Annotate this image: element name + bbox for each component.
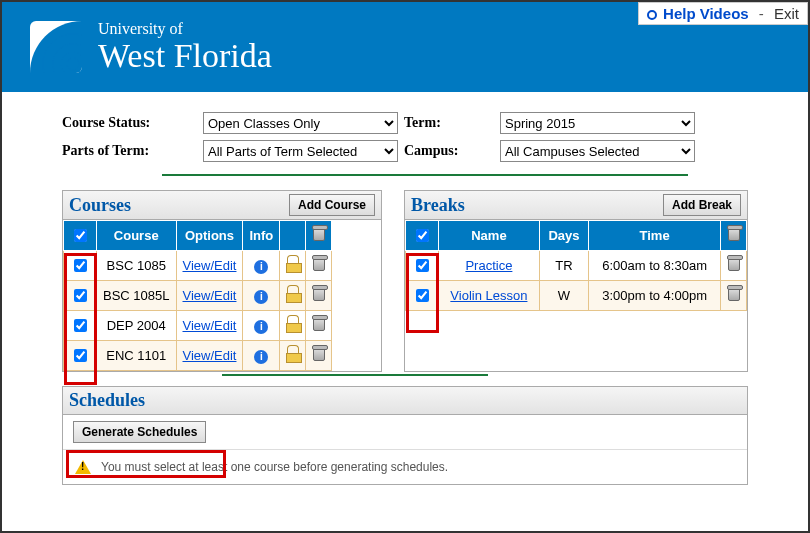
courses-select-all-checkbox[interactable] [74, 229, 87, 242]
term-select[interactable]: Spring 2015 [500, 112, 695, 134]
trash-icon[interactable] [313, 288, 325, 301]
view-edit-link[interactable]: View/Edit [183, 288, 237, 303]
brand-univ-of: University of [98, 21, 272, 38]
separator: - [759, 5, 764, 22]
trash-icon[interactable] [728, 288, 740, 301]
unlock-icon[interactable] [287, 255, 299, 267]
trash-icon[interactable] [313, 258, 325, 271]
schedules-warning: You must select at least one course befo… [63, 449, 747, 484]
filters: Course Status: Open Classes Only Term: S… [2, 92, 808, 170]
trash-icon[interactable] [728, 258, 740, 271]
campus-label: Campus: [404, 143, 494, 159]
warning-text: You must select at least one course befo… [101, 460, 448, 474]
break-time: 6:00am to 8:30am [589, 251, 721, 281]
break-name-link[interactable]: Violin Lesson [450, 288, 527, 303]
courses-header-info: Info [243, 221, 280, 251]
breaks-title: Breaks [411, 195, 465, 216]
trash-icon [313, 228, 325, 241]
add-course-button[interactable]: Add Course [289, 194, 375, 216]
breaks-header-days: Days [539, 221, 588, 251]
help-videos-link[interactable]: Help Videos [663, 5, 749, 22]
uwf-logo-icon [30, 21, 82, 73]
breaks-panel: Breaks Add Break Name Days Time Practice… [404, 190, 748, 372]
course-checkbox[interactable] [74, 319, 87, 332]
divider [222, 374, 488, 376]
course-code: ENC 1101 [97, 341, 177, 371]
course-checkbox[interactable] [74, 289, 87, 302]
top-bar: Help Videos - Exit [638, 2, 808, 25]
warning-icon [75, 460, 91, 474]
info-icon[interactable]: i [254, 320, 268, 334]
table-row: Practice TR 6:00am to 8:30am [406, 251, 747, 281]
brand-name: West Florida [98, 38, 272, 74]
unlock-icon[interactable] [287, 285, 299, 297]
view-edit-link[interactable]: View/Edit [183, 258, 237, 273]
trash-icon[interactable] [313, 318, 325, 331]
table-row: BSC 1085L View/Edit i [64, 281, 332, 311]
course-code: BSC 1085L [97, 281, 177, 311]
course-code: DEP 2004 [97, 311, 177, 341]
course-status-label: Course Status: [62, 115, 197, 131]
parts-of-term-label: Parts of Term: [62, 143, 197, 159]
info-icon[interactable]: i [254, 290, 268, 304]
unlock-icon[interactable] [287, 315, 299, 327]
table-row: BSC 1085 View/Edit i [64, 251, 332, 281]
course-checkbox[interactable] [74, 259, 87, 272]
help-videos-icon [647, 10, 657, 20]
break-days: TR [539, 251, 588, 281]
table-row: DEP 2004 View/Edit i [64, 311, 332, 341]
break-time: 3:00pm to 4:00pm [589, 281, 721, 311]
breaks-header-name: Name [439, 221, 540, 251]
view-edit-link[interactable]: View/Edit [183, 318, 237, 333]
trash-icon [728, 228, 740, 241]
course-checkbox[interactable] [74, 349, 87, 362]
course-status-select[interactable]: Open Classes Only [203, 112, 398, 134]
trash-icon[interactable] [313, 348, 325, 361]
unlock-icon[interactable] [287, 345, 299, 357]
info-icon[interactable]: i [254, 260, 268, 274]
exit-link[interactable]: Exit [774, 5, 799, 22]
break-checkbox[interactable] [416, 259, 429, 272]
course-code: BSC 1085 [97, 251, 177, 281]
break-name-link[interactable]: Practice [465, 258, 512, 273]
brand-text: University of West Florida [98, 21, 272, 73]
courses-title: Courses [69, 195, 131, 216]
table-row: ENC 1101 View/Edit i [64, 341, 332, 371]
courses-header-options: Options [176, 221, 243, 251]
courses-panel: Courses Add Course Course Options Info B… [62, 190, 382, 372]
schedules-panel: Schedules Generate Schedules You must se… [62, 386, 748, 485]
breaks-header-time: Time [589, 221, 721, 251]
view-edit-link[interactable]: View/Edit [183, 348, 237, 363]
courses-table: Course Options Info BSC 1085 View/Edit i [63, 220, 332, 371]
break-days: W [539, 281, 588, 311]
breaks-select-all-checkbox[interactable] [416, 229, 429, 242]
generate-schedules-button[interactable]: Generate Schedules [73, 421, 206, 443]
breaks-table: Name Days Time Practice TR 6:00am to 8:3… [405, 220, 747, 311]
info-icon[interactable]: i [254, 350, 268, 364]
schedules-title: Schedules [69, 390, 145, 411]
courses-header-course: Course [97, 221, 177, 251]
break-checkbox[interactable] [416, 289, 429, 302]
term-label: Term: [404, 115, 494, 131]
table-row: Violin Lesson W 3:00pm to 4:00pm [406, 281, 747, 311]
parts-of-term-select[interactable]: All Parts of Term Selected [203, 140, 398, 162]
campus-select[interactable]: All Campuses Selected [500, 140, 695, 162]
add-break-button[interactable]: Add Break [663, 194, 741, 216]
